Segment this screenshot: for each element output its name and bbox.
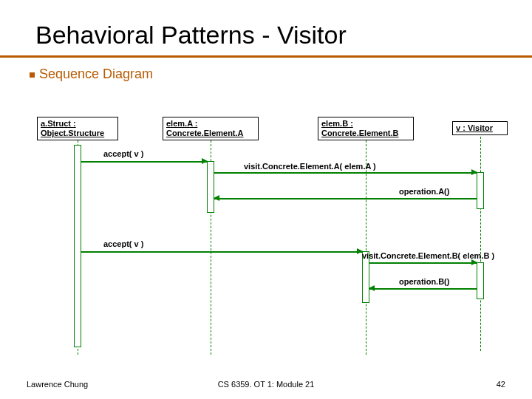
arrow-opB bbox=[369, 288, 477, 290]
lifeline-struct-l1: a.Struct : bbox=[41, 119, 76, 128]
arrow-accept1 bbox=[81, 161, 207, 163]
label-accept1: accept( v ) bbox=[103, 149, 143, 158]
label-visitA: visit.Concrete.Element.A( elem.A ) bbox=[244, 162, 376, 171]
lifeline-elemB-l1: elem.B : bbox=[321, 119, 353, 128]
activation-struct bbox=[74, 145, 81, 347]
lifeline-visitor-label: v : Visitor bbox=[456, 123, 493, 132]
label-accept2: accept( v ) bbox=[103, 239, 143, 248]
bullet-icon bbox=[30, 72, 35, 78]
lifeline-elemA: elem.A : Concrete.Element.A bbox=[163, 117, 259, 140]
activation-elemA bbox=[207, 161, 214, 213]
lifeline-struct: a.Struct : Object.Structure bbox=[37, 117, 118, 140]
activation-visitor-2 bbox=[477, 262, 484, 299]
arrow-visitA bbox=[214, 172, 477, 174]
page-title: Behavioral Patterns - Visitor bbox=[0, 0, 532, 55]
lifeline-visitor: v : Visitor bbox=[452, 121, 508, 135]
label-visitB: visit.Concrete.Element.B( elem.B ) bbox=[362, 251, 494, 260]
lifeline-elemA-l2: Concrete.Element.A bbox=[166, 129, 244, 137]
label-opA: operation.A() bbox=[399, 187, 449, 196]
arrow-accept2 bbox=[81, 251, 362, 253]
lifeline-line-visitor bbox=[480, 137, 481, 351]
label-opB: operation.B() bbox=[399, 277, 449, 286]
arrow-opA bbox=[214, 198, 477, 200]
lifeline-elemA-l1: elem.A : bbox=[166, 119, 197, 128]
lifeline-struct-l2: Object.Structure bbox=[41, 129, 104, 137]
arrow-visitB bbox=[369, 262, 477, 264]
footer-right: 42 bbox=[497, 380, 505, 389]
sequence-diagram: a.Struct : Object.Structure elem.A : Con… bbox=[30, 111, 517, 362]
footer-center: CS 6359. OT 1: Module 21 bbox=[218, 380, 315, 389]
lifeline-elemB: elem.B : Concrete.Element.B bbox=[318, 117, 414, 140]
lifeline-elemB-l2: Concrete.Element.B bbox=[321, 129, 399, 137]
subtitle-text: Sequence Diagram bbox=[39, 66, 153, 81]
footer-left: Lawrence Chung bbox=[27, 380, 88, 389]
activation-visitor-1 bbox=[477, 172, 484, 209]
subtitle: Sequence Diagram bbox=[0, 58, 532, 82]
